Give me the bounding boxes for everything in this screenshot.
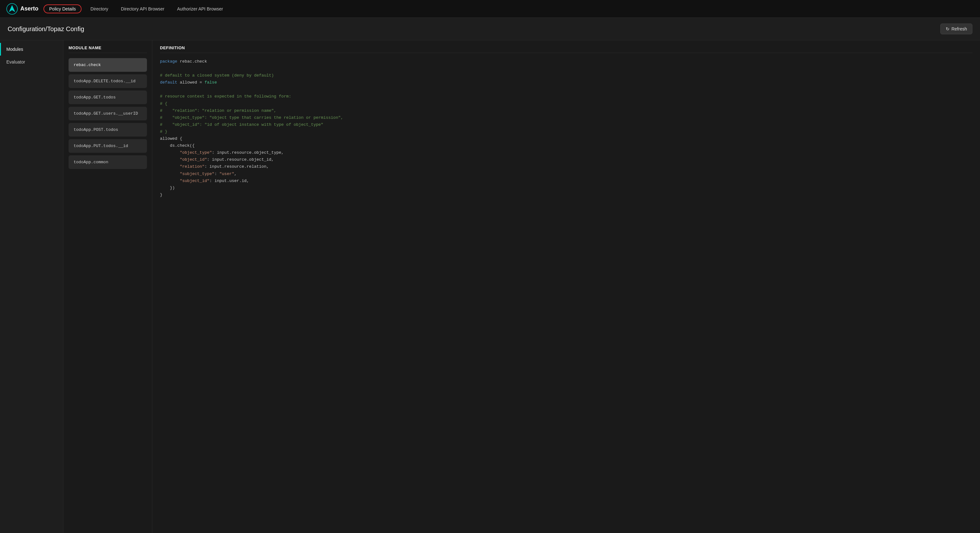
module-item-todoapp-common[interactable]: todoApp.common [68, 155, 147, 169]
logo-area: Aserto [6, 3, 38, 14]
module-item-todoapp-delete[interactable]: todoApp.DELETE.todos.__id [68, 74, 147, 88]
module-item-todoapp-put-todos[interactable]: todoApp.PUT.todos.__id [68, 139, 147, 153]
page-header: Configuration/Topaz Config ↻ Refresh [0, 18, 980, 40]
page-title: Configuration/Topaz Config [8, 26, 84, 33]
sidebar: Modules Evaluator [0, 40, 64, 533]
aserto-logo-icon [6, 3, 18, 14]
refresh-button[interactable]: ↻ Refresh [940, 24, 972, 34]
nav-tab-directory-api-browser[interactable]: Directory API Browser [115, 0, 171, 18]
module-item-todoapp-get-users[interactable]: todoApp.GET.users.__userID [68, 107, 147, 120]
main-layout: Modules Evaluator Module Name rebac.chec… [0, 40, 980, 533]
module-list-header: Module Name [68, 45, 147, 53]
definition-panel: Definition package rebac.check # default… [152, 40, 980, 533]
nav-tab-authorizer-api-browser[interactable]: Authorizer API Browser [171, 0, 229, 18]
logo-text: Aserto [20, 5, 38, 12]
module-list-panel: Module Name rebac.check todoApp.DELETE.t… [64, 40, 152, 533]
module-item-rebac-check[interactable]: rebac.check [68, 58, 147, 72]
nav-tabs: Policy Details Directory Directory API B… [41, 0, 229, 18]
sidebar-item-modules[interactable]: Modules [0, 43, 63, 56]
code-block: package rebac.check # default to a close… [160, 58, 972, 198]
nav-tab-directory[interactable]: Directory [84, 0, 115, 18]
content-area: Module Name rebac.check todoApp.DELETE.t… [64, 40, 980, 533]
module-item-todoapp-post-todos[interactable]: todoApp.POST.todos [68, 123, 147, 137]
refresh-icon: ↻ [946, 26, 950, 32]
top-nav: Aserto Policy Details Directory Director… [0, 0, 980, 18]
nav-tab-policy-details[interactable]: Policy Details [43, 5, 81, 13]
refresh-label: Refresh [951, 26, 967, 32]
sidebar-item-evaluator[interactable]: Evaluator [0, 56, 63, 68]
module-item-todoapp-get-todos[interactable]: todoApp.GET.todos [68, 91, 147, 104]
definition-header: Definition [160, 45, 972, 53]
